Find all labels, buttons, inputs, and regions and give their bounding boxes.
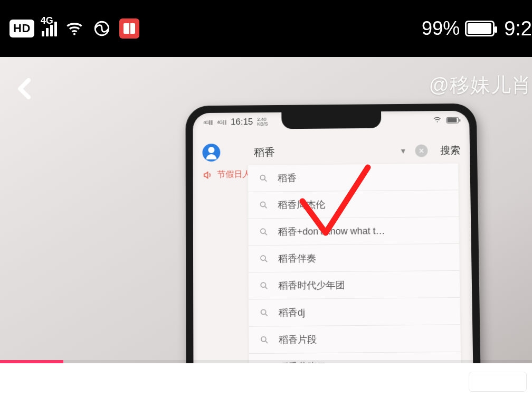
svg-line-6 (265, 206, 267, 209)
cellular-signal-icon: 4G (42, 21, 57, 36)
svg-point-15 (261, 337, 266, 342)
globe-icon (92, 18, 112, 39)
search-button[interactable]: 搜索 (440, 144, 460, 157)
wifi-icon (64, 18, 84, 39)
phone-notch (281, 111, 381, 129)
search-icon (259, 254, 269, 263)
battery-icon (465, 21, 495, 36)
suggestion-item[interactable]: 稻香 (248, 164, 458, 192)
suggestion-item[interactable]: 稻香+don't know what t… (249, 217, 459, 246)
search-icon (260, 335, 269, 345)
search-icon (259, 227, 269, 237)
search-icon (260, 308, 269, 317)
inner-signal-a-icon: 4G‖‖ (203, 120, 213, 125)
inner-phone-device: 4G‖‖ 4G‖‖ 16:15 2.40KB/S (185, 103, 481, 363)
bottom-bar (0, 363, 532, 396)
outer-status-left: HD 4G (10, 18, 139, 39)
outer-status-right: 99% 9:2 (422, 17, 532, 40)
svg-line-16 (265, 341, 268, 343)
svg-line-4 (264, 180, 267, 182)
suggestion-label: 稻香时代少年团 (278, 279, 345, 292)
svg-line-10 (265, 260, 267, 262)
svg-point-5 (260, 202, 265, 206)
chevron-down-icon[interactable]: ▼ (400, 147, 407, 155)
clear-input-button[interactable] (415, 145, 428, 157)
suggestion-label: 稻香周杰伦 (278, 198, 325, 211)
suggestion-label: 稻香片段 (279, 333, 317, 346)
hd-badge: HD (10, 20, 34, 37)
comment-input[interactable] (469, 372, 527, 392)
outer-clock: 9:2 (504, 17, 532, 40)
svg-point-11 (261, 282, 265, 287)
search-bar: 稻香 ▼ 搜索 (193, 136, 470, 167)
svg-point-3 (260, 175, 265, 180)
svg-point-13 (261, 309, 266, 314)
video-progress-fill (0, 360, 63, 363)
search-icon (259, 174, 268, 183)
suggestion-item[interactable]: 稻香伴奏 (249, 244, 460, 272)
suggestion-label: 稻香+don't know what t… (278, 224, 385, 238)
suggestion-label: 稻香伴奏 (278, 252, 316, 265)
suggestion-item[interactable]: 稻香时代少年团 (249, 271, 460, 300)
search-icon (259, 281, 269, 290)
inner-battery-icon (446, 117, 459, 124)
search-suggestions-dropdown: 稻香 稻香周杰伦 稻香+don't know what t… 稻香伴奏 稻香时代… (248, 163, 461, 363)
svg-point-9 (261, 256, 265, 260)
svg-line-14 (265, 314, 268, 316)
inner-wifi-icon (433, 115, 442, 126)
net-speed: 2.40KB/S (257, 117, 268, 127)
suggestion-item[interactable]: 稻香dj (249, 298, 460, 327)
back-button[interactable] (10, 73, 41, 105)
svg-point-7 (261, 229, 265, 233)
inner-phone-screen: 4G‖‖ 4G‖‖ 16:15 2.40KB/S (193, 111, 473, 363)
svg-line-8 (265, 233, 267, 235)
inner-clock: 16:15 (231, 117, 253, 127)
suggestion-item[interactable]: 稻香片段 (249, 325, 461, 354)
video-frame[interactable]: @移妹儿肖 4G‖‖ 4G‖‖ 16:15 2.40KB/S (0, 57, 532, 363)
outer-status-bar: HD 4G 99% 9:2 (0, 0, 532, 57)
battery-percentage: 99% (422, 17, 460, 40)
video-watermark: @移妹儿肖 (429, 72, 532, 99)
profile-avatar-icon[interactable] (202, 144, 220, 162)
suggestion-label: 稻香dj (279, 306, 305, 319)
video-progress-track[interactable] (0, 360, 532, 363)
svg-point-0 (73, 33, 75, 35)
suggestion-item[interactable]: 稻香周杰伦 (248, 190, 459, 219)
svg-line-12 (265, 287, 268, 289)
inner-signal-b-icon: 4G‖‖ (217, 119, 226, 125)
search-icon (259, 200, 268, 210)
suggestion-label: 稻香 (278, 172, 297, 184)
book-app-icon (119, 18, 139, 39)
speaker-icon (203, 169, 213, 180)
search-input[interactable]: 稻香 (229, 144, 391, 159)
svg-point-2 (437, 121, 438, 122)
